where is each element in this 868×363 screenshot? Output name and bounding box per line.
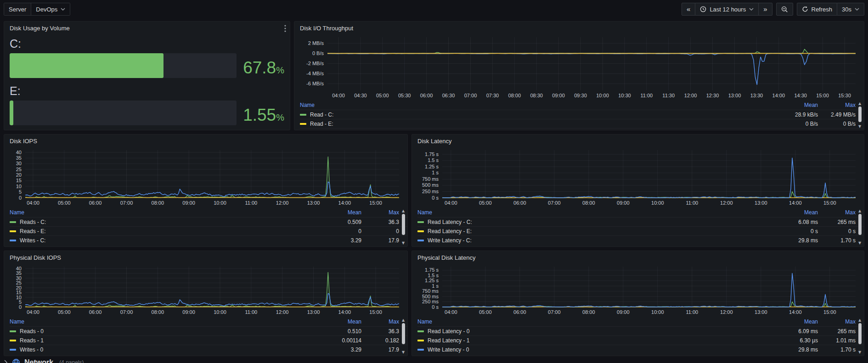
refresh-interval-dropdown[interactable]: 30s [837, 3, 864, 16]
y-axis-tick: 1.25 s [417, 164, 439, 169]
legend-row: Read Latency - E:0 s0 s [417, 226, 864, 235]
legend-row: Write Latency - 029.8 ms1.70 s [417, 345, 864, 354]
gauge-volume-e: E: 1.55% [10, 83, 284, 125]
legend-sort-name[interactable]: Name [417, 318, 763, 325]
time-shift-back-button[interactable]: « [682, 3, 695, 16]
scroll-up-icon[interactable]: ▲ [402, 318, 405, 323]
scrollbar-thumb[interactable] [858, 323, 862, 344]
legend-series-toggle[interactable]: Writes - C: [10, 237, 306, 244]
legend-series-toggle[interactable]: Read Latency - 1 [417, 337, 763, 344]
scroll-down-icon[interactable]: ▼ [858, 124, 861, 129]
x-axis-tick: 08:00 [576, 309, 602, 315]
y-axis-tick: 40 [9, 150, 22, 155]
scroll-down-icon[interactable]: ▼ [402, 241, 405, 246]
x-axis-tick: 09:00 [610, 200, 636, 206]
legend-series-toggle[interactable]: Read Latency - C: [417, 219, 763, 225]
legend-sort-mean[interactable]: Mean [306, 209, 361, 216]
legend-sort-mean[interactable]: Mean [306, 318, 361, 325]
legend-sort-name[interactable]: Name [417, 209, 763, 216]
legend-scrollbar[interactable]: ▲ ▼ [857, 209, 862, 246]
y-axis-tick: 20 [9, 172, 22, 178]
legend-series-toggle[interactable]: Reads - C: [10, 219, 306, 225]
scroll-down-icon[interactable]: ▼ [858, 350, 861, 355]
legend-sort-mean[interactable]: Mean [763, 102, 818, 108]
series-color-swatch [300, 123, 306, 125]
panel-title[interactable]: Physical Disk Latency [412, 251, 864, 264]
physical-disk-iops-chart[interactable]: 403530252015105004:0005:0006:0007:0008:0… [9, 264, 403, 317]
magnifier-minus-icon [781, 6, 788, 13]
y-axis-tick: -6 MB/s [299, 81, 324, 86]
x-axis-tick: 10:00 [645, 200, 671, 206]
legend-series-toggle[interactable]: Write Latency - 0 [417, 346, 763, 353]
legend-row: Reads - 00.51036.3 [10, 326, 407, 335]
y-axis-tick: 0 s [417, 195, 439, 201]
legend-sort-mean[interactable]: Mean [763, 209, 818, 216]
legend-row: Read Latency - 16.30 µs1.01 ms [417, 335, 864, 345]
y-axis-tick: 250 ms [417, 299, 439, 304]
x-axis-tick: 10:00 [207, 309, 233, 315]
legend-sort-mean[interactable]: Mean [763, 318, 818, 325]
scrollbar-thumb[interactable] [858, 214, 862, 235]
legend: NameMeanMaxReads - C:0.50936.3Reads - E:… [4, 208, 407, 246]
scrollbar-thumb[interactable] [858, 106, 862, 122]
panel-menu-kebab-icon[interactable] [284, 25, 286, 34]
x-axis-tick: 12:00 [714, 200, 739, 206]
panel-title[interactable]: Disk IOPS [4, 134, 407, 147]
scroll-up-icon[interactable]: ▲ [858, 209, 861, 213]
refresh-button[interactable]: Refresh [797, 3, 838, 16]
legend-scrollbar[interactable]: ▲ ▼ [400, 318, 406, 355]
legend-sort-name[interactable]: Name [300, 102, 763, 108]
legend-mean-value: 3.29 [306, 346, 361, 353]
template-variable: Server DevOps [4, 3, 70, 16]
time-range-picker[interactable]: Last 12 hours [695, 3, 759, 16]
panel-title[interactable]: Disk Latency [412, 134, 864, 147]
legend-series-toggle[interactable]: Reads - 0 [10, 328, 306, 335]
chevron-right-icon [4, 359, 8, 363]
row-network[interactable]: Network (4 panels) [4, 358, 84, 363]
series-color-swatch [417, 230, 424, 232]
series-color-swatch [417, 330, 424, 332]
scroll-up-icon[interactable]: ▲ [858, 318, 861, 323]
disk-latency-chart[interactable]: 1.75 s1.5 s1.25 s1 s750 ms500 ms250 ms0 … [417, 147, 859, 208]
legend-sort-name[interactable]: Name [10, 209, 306, 216]
legend-scrollbar[interactable]: ▲ ▼ [857, 101, 862, 129]
x-axis-tick: 06:00 [507, 200, 533, 206]
time-shift-forward-button[interactable]: » [759, 3, 772, 16]
disk-io-throughput-chart[interactable]: 2 MB/s0 B/s-2 MB/s-4 MB/s-6 MB/s04:0004:… [299, 34, 859, 101]
legend-series-toggle[interactable]: Read - E: [300, 121, 763, 127]
scroll-up-icon[interactable]: ▲ [858, 101, 861, 106]
legend-series-toggle[interactable]: Read - C: [300, 112, 763, 118]
legend-mean-value: 0.00114 [306, 337, 361, 344]
scroll-up-icon[interactable]: ▲ [402, 209, 405, 213]
legend-series-toggle[interactable]: Writes - 0 [10, 346, 306, 353]
panel-title[interactable]: Physical Disk IOPS [4, 251, 407, 264]
series-color-swatch [417, 340, 424, 341]
legend-scrollbar[interactable]: ▲ ▼ [857, 318, 862, 355]
panel-disk-io-throughput: Disk I/O Throughput 2 MB/s0 B/s-2 MB/s-4… [294, 21, 864, 130]
legend-mean-value: 6.08 ms [763, 219, 818, 225]
legend-sort-name[interactable]: Name [10, 318, 306, 325]
legend-series-toggle[interactable]: Write - C: [300, 130, 763, 130]
scrollbar-thumb[interactable] [402, 214, 405, 235]
physical-disk-latency-chart[interactable]: 1.75 s1.5 s1.25 s1 s750 ms500 ms250 ms0 … [417, 264, 859, 317]
panel-title[interactable]: Disk Usage by Volume [4, 22, 290, 34]
x-axis-tick: 14:00 [783, 309, 808, 315]
x-axis-tick: 09:00 [176, 309, 202, 315]
legend-series-toggle[interactable]: Read Latency - E: [417, 228, 763, 235]
scroll-down-icon[interactable]: ▼ [858, 241, 861, 246]
scrollbar-thumb[interactable] [402, 323, 405, 344]
variable-value-dropdown[interactable]: DevOps [31, 3, 70, 15]
panel-title[interactable]: Disk I/O Throughput [294, 22, 864, 34]
legend-series-toggle[interactable]: Write Latency - C: [417, 237, 763, 244]
legend-series-toggle[interactable]: Read Latency - 0 [417, 328, 763, 335]
legend-scrollbar[interactable]: ▲ ▼ [400, 209, 406, 246]
disk-iops-chart[interactable]: 403530252015105004:0005:0006:0007:0008:0… [9, 147, 403, 208]
x-axis-tick: 15:00 [363, 309, 389, 315]
zoom-out-button[interactable] [776, 3, 793, 16]
x-axis-tick: 15:00 [817, 200, 843, 206]
legend-mean-value: 29.8 ms [763, 237, 818, 244]
time-nav-group: « Last 12 hours » [682, 3, 772, 16]
legend-series-toggle[interactable]: Reads - E: [10, 228, 306, 235]
scroll-down-icon[interactable]: ▼ [402, 350, 405, 355]
legend-series-toggle[interactable]: Reads - 1 [10, 337, 306, 344]
